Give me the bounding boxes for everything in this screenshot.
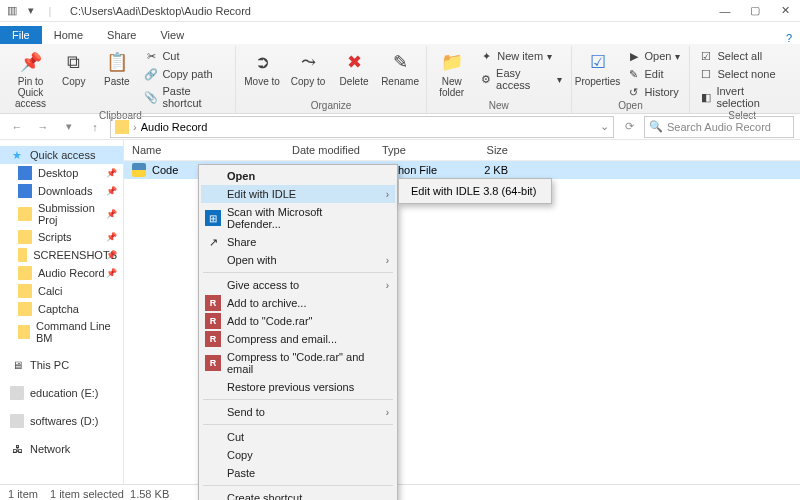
copy-path-button[interactable]: 🔗Copy path — [141, 66, 229, 82]
delete-button[interactable]: ✖Delete — [334, 46, 374, 87]
ctx-compemrar[interactable]: RCompress to "Code.rar" and email — [201, 348, 395, 378]
select-all-button[interactable]: ☑Select all — [696, 48, 788, 64]
tab-home[interactable]: Home — [42, 26, 95, 44]
search-icon: 🔍 — [649, 120, 663, 133]
sidebar-item-captcha[interactable]: Captcha — [0, 300, 123, 318]
folder-icon — [18, 325, 30, 339]
forward-button[interactable]: → — [32, 116, 54, 138]
cut-button[interactable]: ✂Cut — [141, 48, 229, 64]
easy-access-button[interactable]: ⚙Easy access ▾ — [476, 66, 564, 92]
copy-to-button[interactable]: ⤳Copy to — [288, 46, 328, 87]
tab-file[interactable]: File — [0, 26, 42, 44]
open-button[interactable]: ▶Open ▾ — [624, 48, 684, 64]
window-title: C:\Users\Aadi\Desktop\Audio Record — [70, 5, 251, 17]
col-name[interactable]: Name — [132, 144, 292, 156]
tab-view[interactable]: View — [148, 26, 196, 44]
edit-button[interactable]: ✎Edit — [624, 66, 684, 82]
separator — [203, 272, 393, 273]
recent-button[interactable]: ▾ — [58, 116, 80, 138]
ctx-copy[interactable]: Copy — [201, 446, 395, 464]
maximize-button[interactable]: ▢ — [740, 0, 770, 22]
submenu-idle38[interactable]: Edit with IDLE 3.8 (64-bit) — [401, 181, 549, 201]
properties-button[interactable]: ☑Properties — [578, 46, 618, 87]
ctx-addrar[interactable]: RAdd to "Code.rar" — [201, 312, 395, 330]
ctx-cut[interactable]: Cut — [201, 428, 395, 446]
column-headers[interactable]: Name Date modified Type Size — [124, 140, 800, 161]
help-icon[interactable]: ? — [778, 32, 800, 44]
group-new: New — [433, 100, 564, 113]
folder-icon — [18, 302, 32, 316]
paste-shortcut-button[interactable]: 📎Paste shortcut — [141, 84, 229, 110]
copypath-icon: 🔗 — [144, 67, 158, 81]
newitem-icon: ✦ — [479, 49, 493, 63]
ctx-share[interactable]: ↗Share — [201, 233, 395, 251]
titlebar: ▥ ▾ | C:\Users\Aadi\Desktop\Audio Record… — [0, 0, 800, 22]
copyto-icon: ⤳ — [296, 50, 320, 74]
group-open: Open — [578, 100, 684, 113]
ctx-addarchive[interactable]: RAdd to archive... — [201, 294, 395, 312]
new-folder-button[interactable]: 📁New folder — [433, 46, 470, 98]
ctx-restore[interactable]: Restore previous versions — [201, 378, 395, 396]
address-bar[interactable]: › Audio Record ⌄ — [110, 116, 614, 138]
paste-button[interactable]: 📋Paste — [98, 46, 135, 87]
sidebar-drive-d[interactable]: softwares (D:) — [0, 412, 123, 430]
copy-icon: ⧉ — [62, 50, 86, 74]
ctx-giveaccess[interactable]: Give access to› — [201, 276, 395, 294]
sidebar-drive-e[interactable]: education (E:) — [0, 384, 123, 402]
folder-icon — [18, 230, 32, 244]
col-type[interactable]: Type — [382, 144, 456, 156]
drive-icon — [10, 386, 24, 400]
close-button[interactable]: ✕ — [770, 0, 800, 22]
ctx-openwith[interactable]: Open with› — [201, 251, 395, 269]
pin-icon: 📌 — [106, 186, 117, 196]
chevron-right-icon: › — [386, 407, 389, 418]
sidebar-item-scripts[interactable]: Scripts📌 — [0, 228, 123, 246]
sidebar-item-cmdline[interactable]: Command Line BM — [0, 318, 123, 346]
chevron-down-icon[interactable]: ⌄ — [600, 120, 609, 133]
invert-selection-button[interactable]: ◧Invert selection — [696, 84, 788, 110]
ctx-shortcut[interactable]: Create shortcut — [201, 489, 395, 500]
ribbon-tabs: File Home Share View ? — [0, 22, 800, 44]
drive-icon — [10, 414, 24, 428]
ctx-sendto[interactable]: Send to› — [201, 403, 395, 421]
copy-button[interactable]: ⧉Copy — [55, 46, 92, 87]
up-button[interactable]: ↑ — [84, 116, 106, 138]
move-to-button[interactable]: ➲Move to — [242, 46, 282, 87]
minimize-button[interactable]: — — [710, 0, 740, 22]
new-item-button[interactable]: ✦New item ▾ — [476, 48, 564, 64]
pc-icon: 🖥 — [10, 358, 24, 372]
star-icon: ★ — [10, 148, 24, 162]
pin-icon: 📌 — [106, 232, 117, 242]
sidebar-quick-access[interactable]: ★Quick access — [0, 146, 123, 164]
tab-share[interactable]: Share — [95, 26, 148, 44]
ctx-defender[interactable]: ⊞Scan with Microsoft Defender... — [201, 203, 395, 233]
share-icon: ↗ — [205, 234, 221, 250]
pin-quick-access-button[interactable]: 📌Pin to Quick access — [12, 46, 49, 109]
ctx-edit-idle[interactable]: Edit with IDLE› — [201, 185, 395, 203]
sidebar-item-desktop[interactable]: Desktop📌 — [0, 164, 123, 182]
sidebar-item-screenshots[interactable]: SCREENSHOTS📌 — [0, 246, 123, 264]
sidebar-item-audiorecord[interactable]: Audio Record📌 — [0, 264, 123, 282]
search-input[interactable]: 🔍 Search Audio Record — [644, 116, 794, 138]
select-none-button[interactable]: ☐Select none — [696, 66, 788, 82]
back-button[interactable]: ← — [6, 116, 28, 138]
defender-icon: ⊞ — [205, 210, 221, 226]
pin-icon: 📌 — [106, 209, 117, 219]
qat-dropdown-icon[interactable]: ▾ — [23, 3, 39, 19]
ctx-compem[interactable]: RCompress and email... — [201, 330, 395, 348]
history-button[interactable]: ↺History — [624, 84, 684, 100]
refresh-button[interactable]: ⟳ — [618, 116, 640, 138]
sidebar-this-pc[interactable]: 🖥This PC — [0, 356, 123, 374]
col-size[interactable]: Size — [456, 144, 516, 156]
file-list: Name Date modified Type Size Code Python… — [124, 140, 800, 484]
context-menu: Open Edit with IDLE› ⊞Scan with Microsof… — [198, 164, 398, 500]
ctx-open[interactable]: Open — [201, 167, 395, 185]
sidebar-item-calci[interactable]: Calci — [0, 282, 123, 300]
sidebar-network[interactable]: 🖧Network — [0, 440, 123, 458]
sidebar-item-downloads[interactable]: Downloads📌 — [0, 182, 123, 200]
col-date[interactable]: Date modified — [292, 144, 382, 156]
ctx-paste[interactable]: Paste — [201, 464, 395, 482]
rename-button[interactable]: ✎Rename — [380, 46, 420, 87]
selectall-icon: ☑ — [699, 49, 713, 63]
sidebar-item-submission[interactable]: Submission Proj📌 — [0, 200, 123, 228]
